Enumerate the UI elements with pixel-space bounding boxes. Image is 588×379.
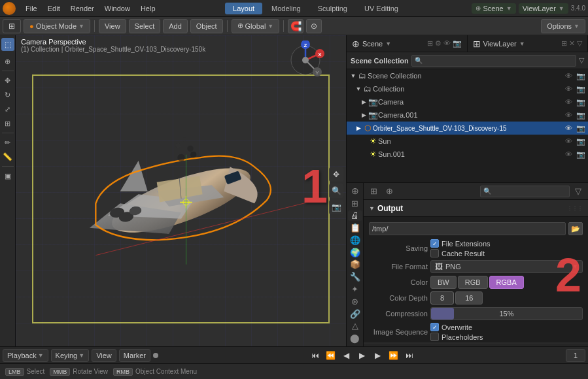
props-icon-particles[interactable]: ✦ [348, 284, 362, 295]
add-menu[interactable]: Add [163, 19, 188, 33]
tl-jump-start[interactable]: ⏮ [309, 349, 322, 362]
scene-settings-icon[interactable]: ⚙ [435, 39, 441, 48]
compression-slider[interactable]: 15% [430, 307, 583, 320]
scene-selector[interactable]: ⊕ Scene ▼ [472, 3, 516, 14]
props-top-icon1[interactable]: ⊞ [366, 184, 381, 199]
tab-uv-editing[interactable]: UV Editing [356, 3, 406, 14]
outliner-filter-icon[interactable]: ▽ [579, 56, 584, 65]
tree-cam-icon[interactable]: 📷 [576, 150, 585, 159]
tree-item-sun[interactable]: ☀ Sun 👁 📷 [347, 135, 588, 148]
tree-eye-icon[interactable]: 👁 [565, 150, 572, 158]
outliner-search[interactable] [411, 55, 576, 67]
tree-cam-icon[interactable]: 📷 [576, 85, 585, 93]
props-icon-renderlayer[interactable]: ⊞ [348, 198, 362, 209]
cache-result-checkbox[interactable] [430, 249, 439, 257]
vl-copy-icon[interactable]: ⊞ [561, 39, 567, 48]
output-path-input[interactable] [369, 222, 566, 235]
menu-help[interactable]: Help [136, 3, 160, 14]
tl-jump-end[interactable]: ⏭ [403, 349, 416, 362]
keying-btn[interactable]: Keying ▼ [51, 349, 90, 362]
tree-cam-icon[interactable]: 📷 [576, 137, 585, 146]
scene-copy-icon[interactable]: ⊞ [427, 39, 433, 48]
tl-prev-frame[interactable]: ◀ [340, 349, 353, 362]
menu-render[interactable]: Render [66, 3, 99, 14]
menu-file[interactable]: File [21, 3, 42, 14]
vl-del-icon[interactable]: ✕ [569, 39, 575, 48]
file-format-dropdown[interactable]: 🖼 PNG ▼ [430, 260, 583, 273]
props-filter-icon[interactable]: ▽ [571, 184, 585, 199]
tree-eye-icon[interactable]: 👁 [565, 137, 572, 145]
rotate-tool[interactable]: ↻ [1, 88, 14, 101]
tl-view-btn[interactable]: View [92, 349, 116, 362]
object-menu[interactable]: Object [190, 19, 223, 33]
tree-eye-icon[interactable]: 👁 [565, 98, 572, 106]
options-btn[interactable]: Options ▼ [541, 19, 585, 33]
scene-panel-header[interactable]: ⊕ Scene ▼ ⊞ ⚙ 👁 📷 [347, 35, 468, 52]
color-btn-bw[interactable]: BW [430, 276, 457, 289]
scene-cam-icon[interactable]: 📷 [453, 39, 462, 48]
viewport-type-btn[interactable]: ⊞ [3, 19, 21, 33]
transform-tool[interactable]: ⊞ [1, 117, 14, 130]
tl-next-key[interactable]: ⏩ [387, 349, 400, 362]
tree-cam-icon[interactable]: 📷 [576, 124, 585, 133]
props-icon-world[interactable]: 🌍 [348, 247, 362, 258]
tl-prev-key[interactable]: ⏪ [324, 349, 337, 362]
props-icon-output[interactable]: 🖨 [348, 210, 362, 222]
scene-eye-icon[interactable]: 👁 [443, 39, 451, 48]
tree-item-sun001[interactable]: ☀ Sun.001 👁 📷 [347, 148, 588, 161]
transform-space-btn[interactable]: ⊕ Global ▼ [232, 19, 280, 33]
select-tool[interactable]: ⬚ [1, 38, 14, 51]
current-frame[interactable]: 1 [566, 349, 585, 362]
color-btn-rgb[interactable]: RGB [458, 276, 488, 289]
measure-tool[interactable]: 📏 [1, 150, 14, 163]
pan-icon-btn[interactable]: ✥ [329, 167, 343, 182]
props-icon-data[interactable]: △ [348, 320, 362, 331]
tree-item-collection[interactable]: ▼ 🗂 Collection 👁 📷 [347, 82, 588, 95]
tree-cam-icon[interactable]: 📷 [576, 111, 585, 120]
tab-sculpting[interactable]: Sculpting [310, 3, 355, 14]
props-icon-material[interactable]: ⬤ [348, 333, 362, 344]
tl-next-frame[interactable]: ▶ [372, 349, 385, 362]
snap-icon-btn[interactable]: 🧲 [288, 19, 303, 33]
props-top-icon2[interactable]: ⊕ [382, 184, 396, 199]
color-btn-rgba[interactable]: RGBA [489, 276, 524, 289]
props-icon-scene2[interactable]: 🌐 [348, 235, 362, 246]
props-icon-viewlayer[interactable]: 📋 [348, 222, 362, 233]
tree-eye-icon[interactable]: 👁 [565, 111, 572, 119]
cursor-tool[interactable]: ⊕ [1, 55, 14, 68]
proportional-edit-btn[interactable]: ⊙ [306, 19, 322, 33]
tl-play[interactable]: ▶ [356, 349, 369, 362]
menu-window[interactable]: Window [100, 3, 135, 14]
tree-eye-icon[interactable]: 👁 [565, 124, 572, 132]
folder-browse-btn[interactable]: 📂 [568, 222, 583, 235]
object-mode-dropdown[interactable]: ● Object Mode ▼ [24, 19, 90, 33]
file-extensions-checkbox[interactable]: ✓ [430, 239, 439, 248]
marker-btn[interactable]: Marker [119, 349, 150, 362]
select-menu[interactable]: Select [129, 19, 161, 33]
view-menu[interactable]: View [99, 19, 126, 33]
annotate-tool[interactable]: ✏ [1, 136, 14, 149]
move-tool[interactable]: ✥ [1, 74, 14, 87]
props-icon-object[interactable]: 📦 [348, 259, 362, 271]
3d-viewport[interactable]: 1 Camera Perspective (1) Collection | Or… [16, 35, 346, 346]
viewport-gizmo[interactable]: X Y Z [286, 41, 325, 80]
camera-view-btn[interactable]: 📷 [329, 200, 343, 214]
tab-modeling[interactable]: Modeling [264, 3, 309, 14]
tab-layout[interactable]: Layout [225, 3, 262, 14]
color-management-header[interactable]: ▶ Color Management ⋮⋮⋮ [364, 343, 588, 346]
playback-btn[interactable]: Playback ▼ [3, 349, 48, 362]
props-icon-physics[interactable]: ⊛ [348, 296, 362, 307]
tree-eye-icon[interactable]: 👁 [565, 85, 572, 93]
zoom-icon-btn[interactable]: 🔍 [329, 184, 343, 198]
color-depth-btn-16[interactable]: 16 [455, 291, 483, 305]
viewlayer-panel-header[interactable]: ⊞ ViewLayer ▼ ⊞ ✕ ▽ [468, 35, 589, 52]
tree-cam-icon[interactable]: 📷 [576, 98, 585, 107]
props-search-input[interactable] [480, 186, 570, 197]
tree-item-shuttle[interactable]: ▶ ⬡ Orbiter_Space_Shuttle_OV-103_Discove… [347, 122, 588, 135]
menu-edit[interactable]: Edit [43, 3, 65, 14]
tree-item-scene-collection[interactable]: ▼ 🗂 Scene Collection 👁 📷 [347, 69, 588, 82]
placeholders-checkbox[interactable] [430, 333, 439, 341]
overwrite-checkbox[interactable]: ✓ [430, 323, 439, 331]
vl-filter-icon[interactable]: ▽ [577, 39, 582, 48]
scale-tool[interactable]: ⤢ [1, 103, 14, 116]
